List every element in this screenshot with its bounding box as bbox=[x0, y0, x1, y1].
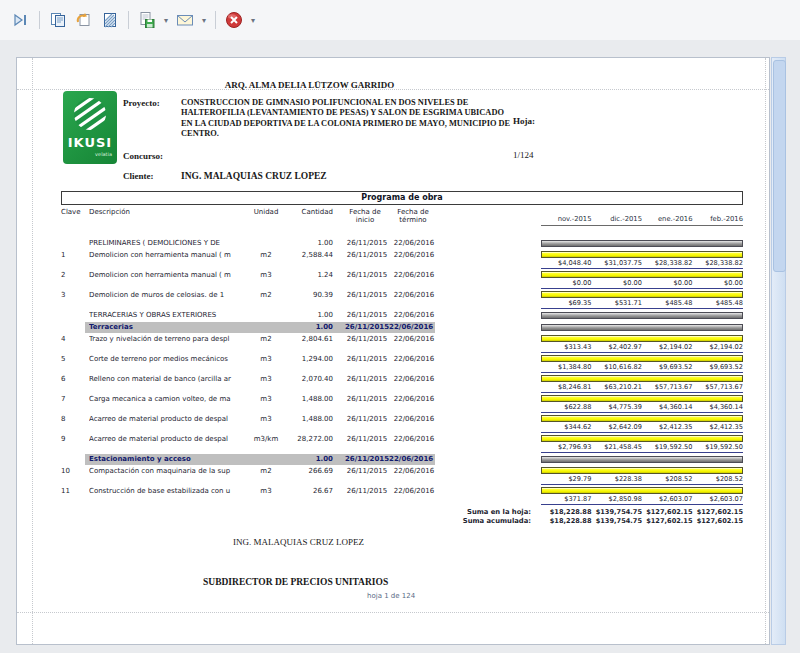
month-amount: $19,592.50 bbox=[642, 444, 693, 451]
refresh-icon bbox=[75, 11, 93, 29]
gantt-bar-yellow bbox=[541, 335, 743, 342]
table-column-header: Clave Descripción Unidad Cantidad Fecha … bbox=[61, 205, 743, 230]
row-description: Terracerias bbox=[89, 323, 249, 331]
table-row: 6Relleno con material de banco (arcilla … bbox=[61, 374, 743, 394]
toolbar-separator bbox=[39, 11, 40, 29]
proyecto-text: CONSTRUCCION DE GIMNASIO POLIFUNCIONAL E… bbox=[181, 98, 513, 140]
subsection-row: Terracerias1.0026/11/201522/06/2016 bbox=[61, 322, 743, 334]
month-label: ene.-2016 bbox=[642, 215, 693, 223]
row-clave: 9 bbox=[61, 435, 85, 443]
suma-hoja-values: $18,228.88 $139,754.75 $127,602.15 $127,… bbox=[541, 508, 743, 516]
table-row: 9Acarreo de material producto de despalm… bbox=[61, 434, 743, 454]
row-quantity: 26.67 bbox=[283, 487, 333, 495]
row-start-date: 26/11/2015 bbox=[345, 291, 389, 299]
close-button[interactable] bbox=[222, 8, 246, 32]
refresh-button[interactable] bbox=[72, 8, 96, 32]
month-amount: $4,048.40 bbox=[541, 260, 592, 267]
row-end-date: 22/06/2016 bbox=[391, 251, 437, 259]
row-description: PRELIMINARES ( DEMOLICIONES Y DE bbox=[89, 239, 249, 247]
row-description: TERRACERIAS Y OBRAS EXTERIORES bbox=[89, 311, 249, 319]
gantt-bar-yellow bbox=[541, 251, 743, 258]
col-fecha-termino: Fecha de término bbox=[391, 208, 435, 224]
gantt-bar-yellow bbox=[541, 291, 743, 298]
month-amounts: $4,048.40$31,037.75$28,338.82$28,338.82 bbox=[541, 260, 743, 267]
save-export-button[interactable] bbox=[135, 8, 159, 32]
month-amounts: $8,246.81$63,210.21$57,713.67$57,713.67 bbox=[541, 384, 743, 391]
gantt-cell: $344.62$2,642.09$2,412.35$2,412.35 bbox=[541, 414, 743, 433]
row-end-date: 22/06/2016 bbox=[391, 467, 437, 475]
month-amounts: $69.35$531.71$485.48$485.48 bbox=[541, 300, 743, 307]
save-export-dropdown[interactable]: ▾ bbox=[160, 16, 172, 25]
month-amount: $228.38 bbox=[592, 476, 643, 483]
month-label: dic.-2015 bbox=[592, 215, 643, 223]
month-amounts: $313.43$2,402.97$2,194.02$2,194.02 bbox=[541, 344, 743, 351]
row-start-date: 26/11/2015 bbox=[345, 395, 389, 403]
navigate-icon bbox=[12, 11, 30, 29]
hoja-value: 1/124 bbox=[513, 150, 534, 160]
row-description: Relleno con material de banco (arcilla a… bbox=[89, 375, 249, 383]
row-unit: m3 bbox=[249, 271, 283, 279]
row-description: Demolicion con herramienta manual ( m bbox=[89, 271, 249, 279]
email-dropdown[interactable]: ▾ bbox=[198, 16, 210, 25]
month-amount: $0.00 bbox=[642, 280, 693, 287]
table-row: 4Trazo y nivelación de terreno para desp… bbox=[61, 334, 743, 354]
proyecto-label: Proyecto: bbox=[123, 98, 160, 108]
row-unit: m2 bbox=[249, 291, 283, 299]
report-viewer: ▾ ▾ ▾ bbox=[0, 0, 800, 653]
gantt-bar-yellow bbox=[541, 435, 743, 442]
month-amount: $10,616.82 bbox=[592, 364, 643, 371]
globe-icon bbox=[63, 91, 117, 135]
month-amount: $2,194.02 bbox=[642, 344, 693, 351]
vertical-scrollbar[interactable] bbox=[771, 57, 786, 645]
month-amount: $208.52 bbox=[642, 476, 693, 483]
row-description: Estacionamiento y acceso bbox=[89, 455, 249, 463]
row-start-date: 26/11/2015 bbox=[345, 435, 389, 443]
month-amount: $2,603.07 bbox=[693, 496, 744, 503]
email-button[interactable] bbox=[173, 8, 197, 32]
print-setup-button[interactable] bbox=[98, 8, 122, 32]
gantt-bar-gray bbox=[541, 456, 743, 463]
margin-guide-bottom bbox=[17, 612, 769, 613]
close-dropdown[interactable]: ▾ bbox=[247, 16, 259, 25]
section-row: TERRACERIAS Y OBRAS EXTERIORES1.0026/11/… bbox=[61, 310, 743, 322]
row-clave: 3 bbox=[61, 291, 85, 299]
scrollbar-thumb[interactable] bbox=[773, 60, 786, 272]
gantt-bar-yellow bbox=[541, 467, 743, 474]
table-row: 5Corte de terreno por medios mecánicosm3… bbox=[61, 354, 743, 374]
gantt-cell: $8,246.81$63,210.21$57,713.67$57,713.67 bbox=[541, 374, 743, 393]
navigate-button[interactable] bbox=[9, 8, 33, 32]
gantt-cell: $29.79$228.38$208.52$208.52 bbox=[541, 466, 743, 485]
col-clave: Clave bbox=[61, 208, 81, 216]
month-amount: $2,603.07 bbox=[642, 496, 693, 503]
cliente-value: ING. MALAQUIAS CRUZ LOPEZ bbox=[181, 171, 327, 181]
gantt-cell: $1,384.80$10,616.82$9,693.52$9,693.52 bbox=[541, 354, 743, 373]
month-amount: $9,693.52 bbox=[642, 364, 693, 371]
table-row: 8Acarreo de material producto de despalm… bbox=[61, 414, 743, 434]
month-label: feb.-2016 bbox=[693, 215, 744, 223]
row-quantity: 266.69 bbox=[283, 467, 333, 475]
month-amounts: $0.00$0.00$0.00$0.00 bbox=[541, 280, 743, 287]
month-amount: $4,360.14 bbox=[693, 404, 744, 411]
month-amount: $2,402.97 bbox=[592, 344, 643, 351]
gantt-bar-yellow bbox=[541, 271, 743, 278]
row-description: Acarreo de material producto de despal bbox=[89, 435, 249, 443]
row-description: Demolicion con herramienta manual ( m bbox=[89, 251, 249, 259]
programa-table: Programa de obra Clave Descripción Unida… bbox=[61, 191, 743, 526]
section-row: PRELIMINARES ( DEMOLICIONES Y DE1.0026/1… bbox=[61, 238, 743, 250]
row-unit: m3 bbox=[249, 415, 283, 423]
month-amount: $2,194.02 bbox=[693, 344, 744, 351]
export-group-button[interactable] bbox=[46, 8, 70, 32]
table-row: 2Demolicion con herramienta manual ( mm3… bbox=[61, 270, 743, 290]
gantt-bar-gray bbox=[541, 240, 743, 247]
suma-hoja-amount: $139,754.75 bbox=[592, 508, 643, 516]
subsection-row: Estacionamiento y acceso1.0026/11/201522… bbox=[61, 454, 743, 466]
row-start-date: 26/11/2015 bbox=[345, 355, 389, 363]
month-amounts: $344.62$2,642.09$2,412.35$2,412.35 bbox=[541, 424, 743, 431]
row-quantity: 1.00 bbox=[283, 239, 333, 247]
month-amounts: $29.79$228.38$208.52$208.52 bbox=[541, 476, 743, 483]
row-start-date: 26/11/2015 bbox=[345, 467, 389, 475]
margin-guide-left bbox=[32, 58, 33, 644]
suma-acumulada-label: Suma acumulada: bbox=[331, 517, 531, 525]
row-clave: 10 bbox=[61, 467, 85, 475]
month-header: nov.-2015 dic.-2015 ene.-2016 feb.-2016 bbox=[541, 205, 743, 226]
